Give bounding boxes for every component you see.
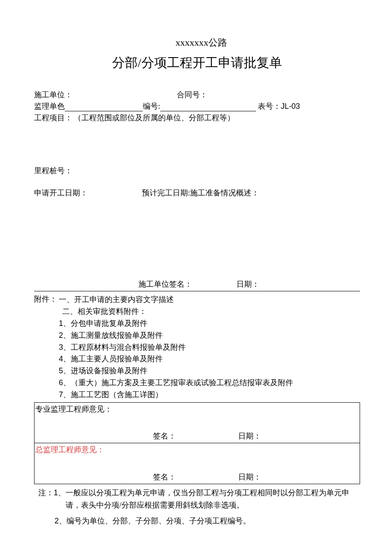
attach-sub-4: 4、施工主要人员报验单及附件 bbox=[59, 353, 360, 365]
attachments-section: 附件： 一、开工申请的主要内容文字描述 二、相关审批资料附件： 1、分包申请批复… bbox=[34, 294, 360, 401]
notes-prefix: 注： bbox=[38, 488, 54, 497]
prof-opinion-section: 专业监理工程师意见： 签名： 日期： bbox=[35, 403, 360, 443]
construction-unit-label: 施工单位： bbox=[34, 90, 177, 100]
attach-sub-2: 2、施工测量放线报验单及附件 bbox=[59, 330, 360, 342]
supervision-unit-underline bbox=[65, 103, 143, 111]
meta-row-2: 监理单色 编号: 表号：JL-03 bbox=[34, 101, 360, 111]
chief-sign-label: 签名： bbox=[153, 472, 238, 482]
notes-num2-sep: 、 bbox=[59, 517, 66, 525]
prof-sign-date-label: 日期： bbox=[238, 431, 261, 441]
chief-opinion-label: 总监理工程师意见： bbox=[35, 445, 359, 455]
project-row: 工程项目： （工程范围或部位及所属的单位、分部工程等） bbox=[34, 113, 360, 123]
serial-no-underline bbox=[160, 103, 256, 111]
attach-item-1: 一、开工申请的主要内容文字描述 bbox=[59, 294, 174, 306]
form-no: 表号：JL-03 bbox=[256, 101, 300, 111]
prof-opinion-label: 专业监理工程师意见： bbox=[35, 404, 359, 414]
attach-item-2: 二、相关审批资料附件： bbox=[62, 306, 360, 318]
meta-row-1: 施工单位： 合同号： bbox=[34, 90, 360, 100]
notes-num1-sep: 、 bbox=[58, 488, 66, 497]
attach-label: 附件： bbox=[34, 294, 59, 306]
construction-sign-row: 施工单位签名： 日期： bbox=[34, 279, 360, 289]
divider bbox=[34, 291, 360, 291]
contract-no-label: 合同号： bbox=[177, 90, 208, 100]
notes-row-2: 2、 编号为单位、分部、子分部、分项、子分项工程编号。 bbox=[34, 515, 360, 527]
attach-sub-7: 7、施工工艺图（含施工详图） bbox=[59, 389, 360, 401]
apply-date-label: 申请开工日期： bbox=[34, 188, 142, 198]
attach-sub-3: 3、工程原材料与混合料报验单及附件 bbox=[59, 342, 360, 354]
chief-sign-date-label: 日期： bbox=[238, 472, 261, 482]
project-desc: （工程范围或部位及所属的单位、分部工程等） bbox=[74, 113, 235, 123]
form-no-value: JL-03 bbox=[281, 102, 300, 110]
attach-sub-5: 5、进场设备报验单及附件 bbox=[59, 365, 360, 377]
notes-text-2: 编号为单位、分部、子分部、分项、子分项工程编号。 bbox=[66, 515, 251, 527]
form-no-label: 表号： bbox=[258, 102, 281, 110]
notes-text-1: 一般应以分项工程为单元申请，仅当分部工程与分项工程相同时以分部工程为单元申请，表… bbox=[66, 487, 360, 511]
supervision-unit-label: 监理单色 bbox=[34, 101, 65, 111]
page-title: 分部/分项工程开工申请批复单 bbox=[34, 54, 360, 72]
chief-opinion-section: 总监理工程师意见： 签名： 日期： bbox=[35, 443, 360, 484]
project-label: 工程项目： bbox=[34, 113, 72, 123]
prof-sign-row: 签名： 日期： bbox=[35, 431, 360, 441]
attach-sub-6: 6、（重大）施工方案及主要工艺报审表或试验工程总结报审表及附件 bbox=[59, 377, 360, 389]
notes-row-1: 注：1、 一般应以分项工程为单元申请，仅当分部工程与分项工程相同时以分部工程为单… bbox=[34, 487, 360, 511]
construction-sign-date-label: 日期： bbox=[236, 279, 259, 289]
opinion-box: 专业监理工程师意见： 签名： 日期： 总监理工程师意见： 签名： 日期： bbox=[34, 402, 360, 484]
notes-section: 注：1、 一般应以分项工程为单元申请，仅当分部工程与分项工程相同时以分部工程为单… bbox=[34, 487, 360, 527]
prof-sign-label: 签名： bbox=[153, 431, 238, 441]
estimate-date-label: 预计完工日期:施工准备情况概述： bbox=[142, 188, 259, 198]
header-road-name: xxxxxxx公路 bbox=[43, 36, 360, 49]
serial-no-label: 编号: bbox=[143, 101, 160, 111]
attach-sub-1: 1、分包申请批复单及附件 bbox=[59, 318, 360, 330]
construction-sign-label: 施工单位签名： bbox=[138, 279, 236, 289]
stake-row: 里程桩号： bbox=[34, 166, 360, 176]
date-row: 申请开工日期： 预计完工日期:施工准备情况概述： bbox=[34, 188, 360, 198]
chief-sign-row: 签名： 日期： bbox=[35, 472, 360, 482]
